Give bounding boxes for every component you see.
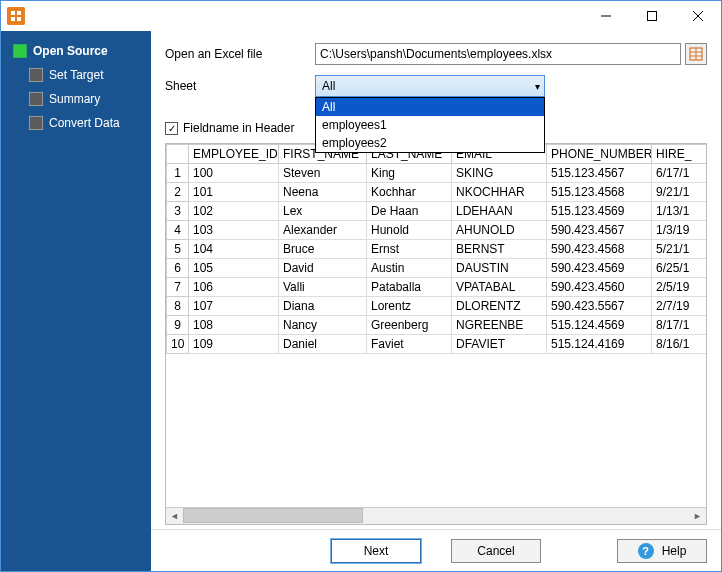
maximize-button[interactable] [629,1,675,31]
table-cell[interactable]: 5/21/1 [652,240,707,259]
table-row[interactable]: 6105DavidAustinDAUSTIN590.423.45696/25/1 [167,259,707,278]
table-cell[interactable]: NGREENBE [452,316,547,335]
sheet-option[interactable]: employees1 [316,116,544,134]
column-header[interactable]: HIRE_ [652,145,707,164]
table-cell[interactable]: NKOCHHAR [452,183,547,202]
table-cell[interactable]: 590.423.4567 [547,221,652,240]
table-cell[interactable]: Kochhar [367,183,452,202]
sidebar-item-summary[interactable]: Summary [25,87,151,111]
table-cell[interactable]: 100 [189,164,279,183]
table-cell[interactable]: 590.423.4560 [547,278,652,297]
table-row[interactable]: 5104BruceErnstBERNST590.423.45685/21/1 [167,240,707,259]
table-cell[interactable]: 104 [189,240,279,259]
table-row[interactable]: 8107DianaLorentzDLORENTZ590.423.55672/7/… [167,297,707,316]
table-cell[interactable]: Greenberg [367,316,452,335]
table-cell[interactable]: King [367,164,452,183]
table-cell[interactable]: Nancy [279,316,367,335]
table-cell[interactable]: Lorentz [367,297,452,316]
table-cell[interactable]: Neena [279,183,367,202]
table-cell[interactable]: LDEHAAN [452,202,547,221]
table-cell[interactable]: Steven [279,164,367,183]
table-cell[interactable]: 1/13/1 [652,202,707,221]
horizontal-scrollbar[interactable]: ◄ ► [166,507,706,524]
table-row[interactable]: 4103AlexanderHunoldAHUNOLD590.423.45671/… [167,221,707,240]
sheet-option[interactable]: employees2 [316,134,544,152]
table-cell[interactable]: SKING [452,164,547,183]
rownum-header [167,145,189,164]
scroll-left-icon[interactable]: ◄ [166,508,183,525]
table-cell[interactable]: DAUSTIN [452,259,547,278]
file-path-input[interactable] [315,43,681,65]
table-cell[interactable]: 103 [189,221,279,240]
table-cell[interactable]: De Haan [367,202,452,221]
table-row[interactable]: 7106ValliPataballaVPATABAL590.423.45602/… [167,278,707,297]
fieldname-label: Fieldname in Header [183,121,294,135]
table-cell[interactable]: Austin [367,259,452,278]
table-cell[interactable]: Alexander [279,221,367,240]
sidebar-item-convert-data[interactable]: Convert Data [25,111,151,135]
table-cell[interactable]: 2/7/19 [652,297,707,316]
table-cell[interactable]: 9/21/1 [652,183,707,202]
sheet-dropdown[interactable]: Allemployees1employees2 [315,97,545,153]
table-cell[interactable]: 590.423.4569 [547,259,652,278]
table-cell[interactable]: 8/17/1 [652,316,707,335]
table-cell[interactable]: DFAVIET [452,335,547,354]
table-cell[interactable]: 590.423.5567 [547,297,652,316]
table-cell[interactable]: Valli [279,278,367,297]
sheet-select[interactable]: All ▾ [315,75,545,97]
table-cell[interactable]: 515.123.4567 [547,164,652,183]
table-cell[interactable]: Faviet [367,335,452,354]
sidebar-item-set-target[interactable]: Set Target [25,63,151,87]
table-cell[interactable]: DLORENTZ [452,297,547,316]
table-cell[interactable]: Daniel [279,335,367,354]
column-header[interactable]: PHONE_NUMBER [547,145,652,164]
cancel-button[interactable]: Cancel [451,539,541,563]
close-button[interactable] [675,1,721,31]
table-cell[interactable]: 106 [189,278,279,297]
table-row[interactable]: 2101NeenaKochharNKOCHHAR515.123.45689/21… [167,183,707,202]
help-button[interactable]: ? Help [617,539,707,563]
sidebar-item-open-source[interactable]: Open Source [9,39,151,63]
table-cell[interactable]: 105 [189,259,279,278]
table-cell[interactable]: 515.123.4569 [547,202,652,221]
table-cell[interactable]: 515.124.4169 [547,335,652,354]
minimize-button[interactable] [583,1,629,31]
table-cell[interactable]: Bruce [279,240,367,259]
table-cell[interactable]: 6/17/1 [652,164,707,183]
table-cell[interactable]: 102 [189,202,279,221]
sheet-option[interactable]: All [316,98,544,116]
table-cell[interactable]: 590.423.4568 [547,240,652,259]
table-row[interactable]: 1100StevenKingSKING515.123.45676/17/1 [167,164,707,183]
app-icon [7,7,25,25]
table-cell[interactable]: Ernst [367,240,452,259]
table-cell[interactable]: 101 [189,183,279,202]
table-cell[interactable]: Diana [279,297,367,316]
table-cell[interactable]: AHUNOLD [452,221,547,240]
table-cell[interactable]: 8/16/1 [652,335,707,354]
fieldname-checkbox[interactable]: ✓ [165,122,178,135]
table-cell[interactable]: BERNST [452,240,547,259]
table-cell[interactable]: David [279,259,367,278]
table-row[interactable]: 3102LexDe HaanLDEHAAN515.123.45691/13/1 [167,202,707,221]
table-cell[interactable]: VPATABAL [452,278,547,297]
table-cell[interactable]: Pataballa [367,278,452,297]
table-cell[interactable]: 107 [189,297,279,316]
table-cell[interactable]: Lex [279,202,367,221]
next-button[interactable]: Next [331,539,421,563]
scroll-right-icon[interactable]: ► [689,508,706,525]
table-cell[interactable]: 6/25/1 [652,259,707,278]
table-cell[interactable]: 1/3/19 [652,221,707,240]
table-cell[interactable]: 108 [189,316,279,335]
table-row[interactable]: 9108NancyGreenbergNGREENBE515.124.45698/… [167,316,707,335]
table-cell[interactable]: Hunold [367,221,452,240]
sheet-icon [688,46,704,62]
column-header[interactable]: EMPLOYEE_ID [189,145,279,164]
table-cell[interactable]: 515.123.4568 [547,183,652,202]
table-cell[interactable]: 515.124.4569 [547,316,652,335]
table-cell[interactable]: 2/5/19 [652,278,707,297]
scroll-thumb[interactable] [183,508,363,523]
browse-button[interactable] [685,43,707,65]
row-number: 3 [167,202,189,221]
table-cell[interactable]: 109 [189,335,279,354]
table-row[interactable]: 10109DanielFavietDFAVIET515.124.41698/16… [167,335,707,354]
